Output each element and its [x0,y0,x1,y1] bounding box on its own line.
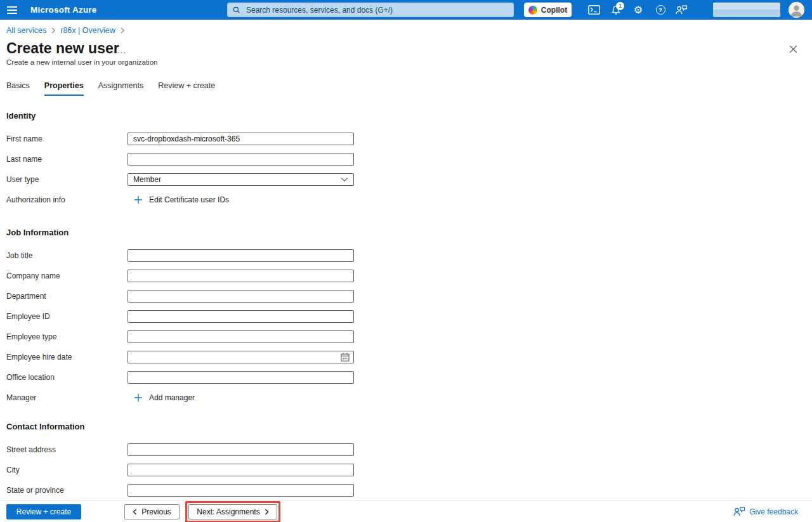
copilot-icon [528,6,537,15]
department-field[interactable] [128,290,354,303]
city-label: City [6,466,128,474]
field-row-authorization-info: Authorization info Edit Certificate user… [6,190,488,210]
settings-gear-icon[interactable]: ⚙ [629,0,648,20]
first-name-label: First name [6,134,128,143]
office-location-field[interactable] [128,371,354,384]
last-name-label: Last name [6,155,128,164]
state-or-province-field[interactable] [128,484,354,497]
field-row-last-name: Last name [6,149,488,169]
notifications-bell-icon[interactable]: 1 [606,0,625,20]
tab-assignments[interactable]: Assignments [98,81,144,96]
give-feedback-link[interactable]: Give feedback [733,507,798,516]
employee-type-label: Employee type [6,332,128,341]
office-location-label: Office location [6,373,128,382]
job-title-field[interactable] [128,249,354,262]
global-search[interactable] [227,3,514,17]
notification-badge: 1 [616,2,624,10]
last-name-field[interactable] [128,153,354,166]
breadcrumb: All services r86x | Overview [6,26,125,35]
annotation-highlight: Next: Assignments [185,501,280,522]
employee-hire-date-input[interactable] [133,352,341,362]
feedback-icon [733,507,745,516]
next-assignments-button[interactable]: Next: Assignments [188,504,277,519]
street-address-field[interactable] [128,443,354,456]
wizard-footer: Review + create Previous Next: Assignmen… [0,500,812,522]
hamburger-menu-icon[interactable] [0,0,24,20]
chevron-left-icon [133,509,137,515]
field-row-state-or-province: State or province [6,480,488,500]
field-row-department: Department [6,286,488,306]
field-row-employee-id: Employee ID [6,306,488,327]
copilot-button[interactable]: Copilot [524,3,572,17]
tab-review-create[interactable]: Review + create [158,81,215,96]
page-subtitle: Create a new internal user in your organ… [6,58,157,66]
section-identity: Identity [6,111,488,121]
employee-hire-date-label: Employee hire date [6,353,128,362]
user-type-select[interactable]: Member [128,173,354,186]
section-contact-information: Contact Information [6,422,488,432]
top-bar: Microsoft Azure Copilot 1 ⚙ ? [0,0,812,20]
user-type-value: Member [133,175,161,184]
department-label: Department [6,292,128,301]
field-row-employee-type: Employee type [6,327,488,347]
tab-basics[interactable]: Basics [6,81,30,96]
plus-icon [134,393,143,402]
properties-form: Identity First name Last name User type … [6,111,488,500]
user-type-label: User type [6,175,128,184]
tab-properties[interactable]: Properties [44,81,84,96]
page-title: Create new user [6,40,119,57]
field-row-employee-hire-date: Employee hire date [6,347,488,367]
review-create-button[interactable]: Review + create [6,504,81,519]
field-row-user-type: User type Member [6,169,488,190]
plus-icon [134,195,143,204]
field-row-job-title: Job title [6,245,488,266]
account-info-redacted[interactable] [713,3,780,17]
search-icon [233,6,240,14]
employee-id-field[interactable] [128,310,354,323]
avatar[interactable] [789,2,804,18]
breadcrumb-r86x-overview[interactable]: r86x | Overview [60,26,115,35]
section-job-information: Job Information [6,228,488,238]
company-name-field[interactable] [128,270,354,282]
field-row-city: City [6,460,488,480]
close-icon[interactable] [787,43,799,55]
first-name-field[interactable] [128,133,354,145]
breadcrumb-all-services[interactable]: All services [6,26,46,35]
manager-label: Manager [6,393,128,402]
help-icon[interactable]: ? [651,0,670,20]
field-row-manager: Manager Add manager [6,388,488,408]
wizard-tabs: Basics Properties Assignments Review + c… [6,81,215,96]
chevron-right-icon [51,27,56,34]
employee-type-field[interactable] [128,330,354,343]
chevron-right-icon [265,509,269,515]
city-field[interactable] [128,464,354,476]
field-row-first-name: First name [6,129,488,149]
field-row-office-location: Office location [6,367,488,388]
state-or-province-label: State or province [6,486,128,495]
previous-button[interactable]: Previous [124,504,180,519]
edit-certificate-user-ids-link[interactable]: Edit Certificate user IDs [134,195,229,204]
add-manager-link[interactable]: Add manager [134,393,195,402]
employee-id-label: Employee ID [6,312,128,321]
job-title-label: Job title [6,251,128,260]
azure-brand[interactable]: Microsoft Azure [30,0,97,20]
chevron-right-icon [120,27,125,34]
more-options-icon[interactable]: … [117,44,127,55]
employee-hire-date-field[interactable] [128,351,354,363]
search-input[interactable] [245,5,508,15]
company-name-label: Company name [6,271,128,280]
chevron-down-icon [341,177,348,182]
field-row-company-name: Company name [6,266,488,286]
cloud-shell-icon[interactable] [584,0,603,20]
feedback-icon[interactable] [672,0,691,20]
field-row-street-address: Street address [6,440,488,460]
street-address-label: Street address [6,445,128,454]
authorization-info-label: Authorization info [6,195,128,204]
calendar-icon[interactable] [341,353,350,362]
